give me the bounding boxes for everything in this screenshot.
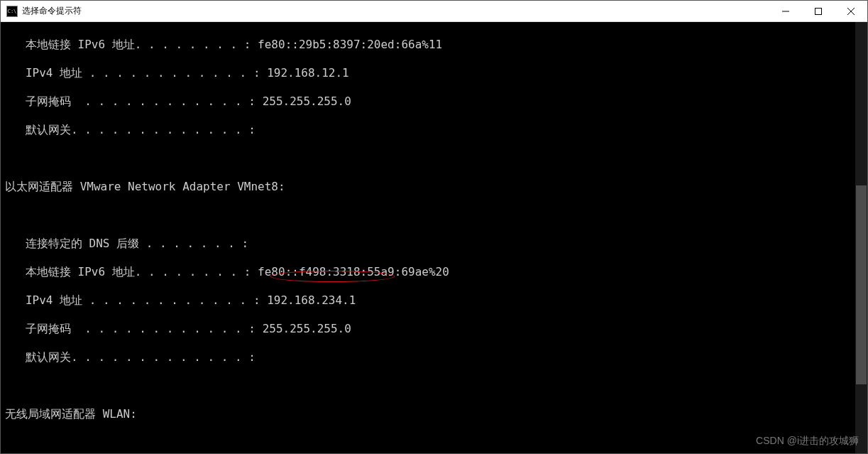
ipv4-label: IPv4 地址 . . . . . . . . . . . . :	[5, 66, 267, 80]
subnet-value: 255.255.255.0	[263, 322, 351, 335]
terminal-area[interactable]: 本地链接 IPv6 地址. . . . . . . . : fe80::29b5…	[1, 22, 867, 453]
titlebar[interactable]: C:\ 选择命令提示符	[1, 1, 867, 22]
ipv4-label: IPv4 地址 . . . . . . . . . . . . :	[5, 293, 267, 307]
adapter-header-vmnet8: 以太网适配器 VMware Network Adapter VMnet8:	[5, 180, 851, 194]
close-button[interactable]	[835, 1, 867, 21]
subnet-label: 子网掩码 . . . . . . . . . . . . :	[5, 322, 263, 335]
app-icon-text: C:\	[8, 9, 17, 14]
adapter-header-wlan: 无线局域网适配器 WLAN:	[5, 407, 851, 421]
window-controls	[769, 1, 867, 21]
terminal-output: 本地链接 IPv6 地址. . . . . . . . : fe80::29b5…	[1, 22, 855, 453]
ipv4-value: 192.168.234.1	[267, 293, 356, 307]
svg-rect-1	[815, 8, 822, 14]
scrollbar-thumb[interactable]	[856, 185, 867, 384]
ipv6-label: 本地链接 IPv6 地址. . . . . . . . :	[5, 265, 258, 279]
maximize-button[interactable]	[802, 1, 835, 21]
scrollbar[interactable]	[855, 22, 867, 453]
command-prompt-window: C:\ 选择命令提示符 本地链接 IPv6 地址. . . . . . . . …	[0, 0, 868, 454]
app-icon: C:\	[6, 6, 18, 17]
dns-suffix-label: 连接特定的 DNS 后缀 . . . . . . . :	[5, 237, 256, 250]
ipv6-value: fe80::f498:3318:55a9:69ae%20	[258, 265, 449, 279]
subnet-value: 255.255.255.0	[263, 94, 351, 108]
window-title: 选择命令提示符	[22, 5, 82, 17]
gateway-label: 默认网关. . . . . . . . . . . . . :	[5, 350, 263, 364]
minimize-button[interactable]	[769, 1, 802, 21]
subnet-label: 子网掩码 . . . . . . . . . . . . :	[5, 94, 263, 108]
ipv6-label: 本地链接 IPv6 地址. . . . . . . . :	[5, 38, 258, 51]
gateway-label: 默认网关. . . . . . . . . . . . . :	[5, 123, 263, 136]
ipv4-value: 192.168.12.1	[267, 66, 349, 80]
ipv6-value: fe80::29b5:8397:20ed:66a%11	[258, 38, 442, 51]
